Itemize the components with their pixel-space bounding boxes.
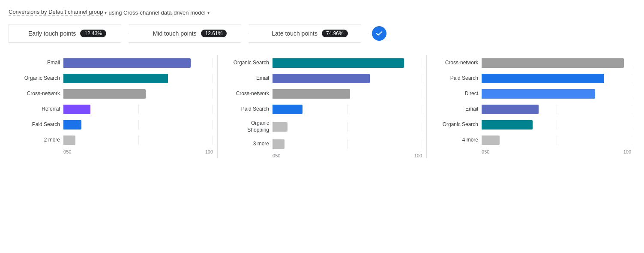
x-axis: 050100 <box>431 149 631 154</box>
bar-label: Organic Search <box>222 60 269 66</box>
bar-label: Paid Search <box>13 121 60 128</box>
touch-point-label: Late touch points <box>272 30 318 37</box>
touch-point-badge: 12.61% <box>201 30 227 37</box>
bar <box>63 58 191 68</box>
bar-label: Paid Search <box>431 75 478 82</box>
bar-container <box>273 89 422 99</box>
bar <box>482 58 624 68</box>
bar-container <box>63 105 213 114</box>
bar <box>273 105 303 114</box>
bar <box>63 74 168 83</box>
bar-row: Paid Search <box>222 105 422 114</box>
bar-container <box>63 58 213 68</box>
channel-group-dropdown-icon[interactable]: ▾ <box>105 10 107 15</box>
bar-label: Email <box>222 75 269 82</box>
bar-label: 4 more <box>431 137 478 144</box>
x-axis: 050100 <box>13 149 213 154</box>
bar-label: 2 more <box>13 137 60 144</box>
bar <box>63 105 90 114</box>
bar-row: 4 more <box>431 136 631 145</box>
bar <box>482 136 500 145</box>
bar-label: 3 more <box>222 141 269 148</box>
bar-row: Cross-network <box>13 89 213 99</box>
bar-container <box>273 139 422 149</box>
bar <box>63 120 81 130</box>
bar-row: Organic Search <box>13 74 213 83</box>
bar-container <box>63 74 213 83</box>
bar-container <box>482 89 631 99</box>
bar-row: OrganicShopping <box>222 120 422 133</box>
chart-section-mid: Organic SearchEmailCross-networkPaid Sea… <box>218 55 427 158</box>
x-axis: 050100 <box>222 153 422 158</box>
x-axis-tick: 100 <box>205 149 213 154</box>
header-row: Conversions by Default channel group ▾ u… <box>9 9 635 16</box>
bar-label: Cross-network <box>431 60 478 66</box>
bar-row: Cross-network <box>431 58 631 68</box>
bar-label: Email <box>13 60 60 66</box>
bar-container <box>482 105 631 114</box>
touch-point-badge: 12.43% <box>80 30 106 37</box>
bar-label: Organic Search <box>13 75 60 82</box>
chart-section-late: Cross-networkPaid SearchDirectEmailOrgan… <box>427 55 635 158</box>
bar-container <box>63 120 213 130</box>
bar <box>482 105 539 114</box>
bar-container <box>273 105 422 114</box>
x-axis-tick: 50 <box>484 149 623 154</box>
x-axis-tick: 100 <box>414 153 422 158</box>
bar-label: Referral <box>13 106 60 113</box>
chart-section-early: EmailOrganic SearchCross-networkReferral… <box>9 55 218 158</box>
x-axis-tick: 50 <box>275 153 414 158</box>
bar <box>63 89 146 99</box>
bar-container <box>482 120 631 130</box>
bar-container <box>482 74 631 83</box>
x-axis-tick: 50 <box>66 149 205 154</box>
bar <box>273 58 404 68</box>
touch-point-tab-mid[interactable]: Mid touch points 12.61% <box>129 24 249 43</box>
bar-row: 2 more <box>13 136 213 145</box>
bar <box>273 122 288 132</box>
bar-row: Cross-network <box>222 89 422 99</box>
touch-point-label: Mid touch points <box>153 30 197 37</box>
using-text: using Cross-channel data-driven model <box>108 9 205 16</box>
touch-point-tab-late[interactable]: Late touch points 74.96% <box>249 24 368 43</box>
bar-row: Email <box>222 74 422 83</box>
bar-label: Direct <box>431 90 478 97</box>
model-dropdown-icon[interactable]: ▾ <box>207 10 210 15</box>
bar-container <box>482 136 631 145</box>
bar-container <box>273 122 422 132</box>
bar-label: Cross-network <box>13 90 60 97</box>
bar-label: Paid Search <box>222 106 269 113</box>
bar <box>482 74 604 83</box>
bar-container <box>63 136 213 145</box>
touch-point-badge: 74.96% <box>322 30 348 37</box>
bar-row: Referral <box>13 105 213 114</box>
bar-container <box>273 58 422 68</box>
bar-row: Paid Search <box>13 120 213 130</box>
bar-row: Organic Search <box>222 58 422 68</box>
bar-container <box>63 89 213 99</box>
bar-row: Organic Search <box>431 120 631 130</box>
x-axis-tick: 100 <box>623 149 631 154</box>
bar-row: Paid Search <box>431 74 631 83</box>
bar-label: OrganicShopping <box>222 120 269 133</box>
chart-title: Conversions by Default channel group <box>9 9 103 16</box>
touch-point-label: Early touch points <box>28 30 76 37</box>
bar-row: Direct <box>431 89 631 99</box>
touch-point-tab-early[interactable]: Early touch points 12.43% <box>9 24 129 43</box>
checkmark-circle[interactable] <box>372 26 386 41</box>
bar-row: Email <box>13 58 213 68</box>
bar <box>273 139 285 149</box>
bar-label: Cross-network <box>222 90 269 97</box>
bar-row: Email <box>431 105 631 114</box>
bar-container <box>273 74 422 83</box>
charts-row: EmailOrganic SearchCross-networkReferral… <box>9 55 635 158</box>
bar <box>63 136 75 145</box>
bar <box>273 89 350 99</box>
bar <box>482 120 533 130</box>
bar-label: Organic Search <box>431 121 478 128</box>
touch-points-row: Early touch points 12.43% Mid touch poin… <box>9 24 635 43</box>
bar-label: Email <box>431 106 478 113</box>
bar-container <box>482 58 631 68</box>
bar <box>273 74 370 83</box>
bar-row: 3 more <box>222 139 422 149</box>
